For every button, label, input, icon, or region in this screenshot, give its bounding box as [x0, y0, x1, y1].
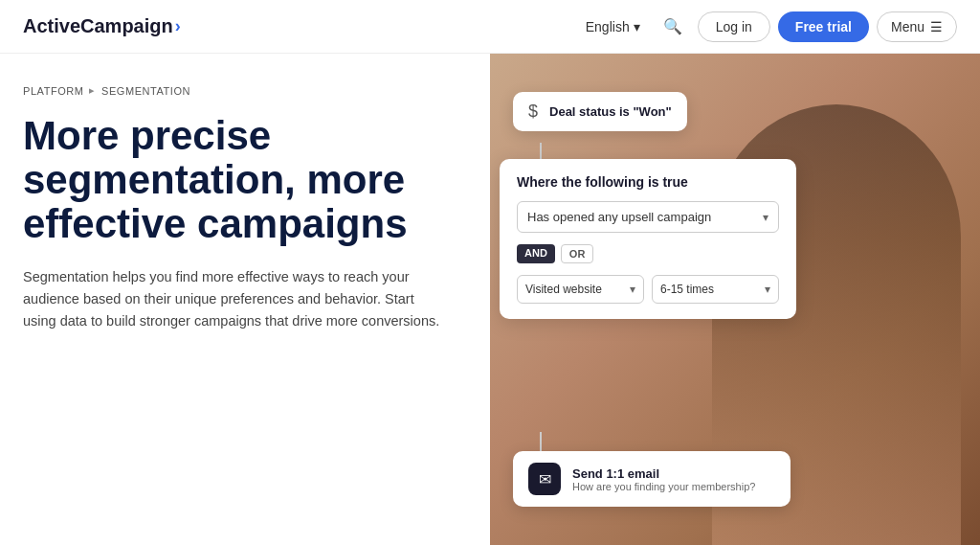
chevron-down-icon [630, 283, 635, 296]
email-card-content: Send 1:1 email How are you finding your … [572, 466, 755, 492]
email-icon: ✉ [528, 463, 561, 495]
main-content: PLATFORM ▸ SEGMENTATION More precise seg… [0, 54, 980, 545]
search-button[interactable]: 🔍 [656, 11, 690, 41]
dollar-icon: $ [528, 102, 538, 122]
free-trial-button[interactable]: Free trial [778, 11, 869, 42]
times-value: 6-15 times [660, 283, 714, 296]
times-dropdown[interactable]: 6-15 times [652, 275, 779, 304]
language-selector[interactable]: English ▾ [578, 13, 648, 40]
campaign-dropdown-value: Has opened any upsell campaign [527, 210, 711, 224]
email-card-title: Send 1:1 email [572, 466, 755, 481]
login-label: Log in [716, 19, 752, 34]
condition-row: Visited website 6-15 times [517, 275, 779, 304]
logo-arrow: › [175, 16, 181, 36]
breadcrumb: PLATFORM ▸ SEGMENTATION [23, 84, 459, 97]
hero-section: PLATFORM ▸ SEGMENTATION More precise seg… [0, 54, 490, 545]
deal-status-card: $ Deal status is "Won" [513, 92, 687, 131]
menu-button[interactable]: Menu ☰ [877, 11, 957, 42]
chevron-down-icon: ▾ [634, 19, 640, 34]
breadcrumb-separator: ▸ [89, 84, 96, 97]
search-icon: 🔍 [663, 18, 682, 34]
chevron-down-icon [765, 283, 770, 296]
deal-status-text: Deal status is "Won" [549, 104, 672, 119]
breadcrumb-current: SEGMENTATION [101, 85, 190, 97]
header-nav: English ▾ 🔍 Log in Free trial Menu ☰ [578, 11, 957, 42]
and-operator[interactable]: AND [517, 244, 555, 263]
connector-line-bottom [540, 432, 542, 453]
logo-text: ActiveCampaign [23, 15, 173, 37]
logic-operators: AND OR [517, 244, 779, 263]
or-operator[interactable]: OR [561, 244, 594, 263]
email-card-subtitle: How are you finding your membership? [572, 481, 755, 492]
hero-title: More precise segmentation, more effectiv… [23, 114, 459, 247]
breadcrumb-platform: PLATFORM [23, 85, 83, 97]
language-label: English [586, 19, 630, 34]
chevron-down-icon [763, 210, 768, 224]
segment-card-title: Where the following is true [517, 174, 779, 190]
visited-website-value: Visited website [525, 283, 602, 296]
segmentation-card: Where the following is true Has opened a… [500, 159, 796, 319]
email-action-card: ✉ Send 1:1 email How are you finding you… [513, 451, 791, 507]
hero-description: Segmentation helps you find more effecti… [23, 266, 444, 333]
hamburger-icon: ☰ [930, 19, 943, 34]
campaign-dropdown[interactable]: Has opened any upsell campaign [517, 201, 779, 233]
login-button[interactable]: Log in [698, 11, 770, 42]
free-trial-label: Free trial [795, 19, 852, 34]
menu-label: Menu [891, 19, 924, 34]
hero-illustration: $ Deal status is "Won" Where the followi… [490, 54, 980, 545]
header: ActiveCampaign › English ▾ 🔍 Log in Free… [0, 0, 980, 54]
visited-website-dropdown[interactable]: Visited website [517, 275, 644, 304]
logo[interactable]: ActiveCampaign › [23, 15, 181, 37]
